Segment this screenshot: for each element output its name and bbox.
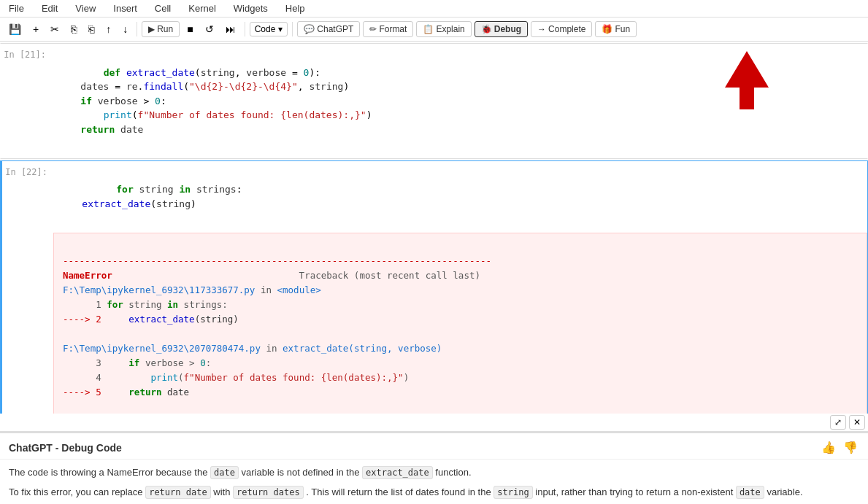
debug-icon: 🐞 bbox=[481, 24, 492, 34]
cut-button[interactable]: ✂ bbox=[46, 20, 64, 38]
bottom-panel-title: ChatGPT - Debug Code bbox=[9, 442, 122, 454]
format-icon: ✏ bbox=[369, 24, 377, 34]
explanation-p2: To fix this error, you can replace retur… bbox=[9, 485, 859, 500]
menu-kernel[interactable]: Kernel bbox=[185, 1, 219, 15]
menu-file[interactable]: File bbox=[6, 1, 27, 15]
move-up-button[interactable]: ↑ bbox=[101, 20, 115, 38]
inline-return-date: return date bbox=[145, 486, 210, 499]
cell-2[interactable]: In [22]: for string in strings: extract_… bbox=[0, 160, 868, 414]
bottom-panel-toolbar: ⤢ ✕ bbox=[0, 414, 868, 432]
cell-1[interactable]: In [21]: def extract_date(string, verbos… bbox=[0, 43, 868, 159]
menu-widgets[interactable]: Widgets bbox=[231, 1, 271, 15]
menubar: File Edit View Insert Cell Kernel Widget… bbox=[0, 0, 868, 18]
stop-button[interactable]: ■ bbox=[183, 20, 197, 38]
cell-1-label: In [21]: bbox=[1, 44, 52, 158]
separator-1 bbox=[137, 22, 137, 36]
move-down-button[interactable]: ↓ bbox=[118, 20, 132, 38]
menu-view[interactable]: View bbox=[72, 1, 99, 15]
cell-2-code: for string in strings: extract_date(stri… bbox=[53, 166, 867, 228]
thumbs-up-button[interactable]: 👍 bbox=[820, 439, 837, 456]
format-button[interactable]: ✏ Format bbox=[363, 21, 413, 37]
complete-icon: → bbox=[537, 24, 546, 34]
thumbs-down-button[interactable]: 👎 bbox=[842, 439, 859, 456]
menu-cell[interactable]: Cell bbox=[152, 1, 174, 15]
menu-edit[interactable]: Edit bbox=[39, 1, 61, 15]
bottom-panel: ChatGPT - Debug Code 👍 👎 The code is thr… bbox=[0, 432, 868, 504]
menu-insert[interactable]: Insert bbox=[110, 1, 140, 15]
save-button[interactable]: 💾 bbox=[4, 20, 26, 38]
cell-type-dropdown[interactable]: Code ▾ bbox=[250, 22, 288, 36]
debug-button[interactable]: 🐞 Debug bbox=[475, 21, 528, 37]
inline-return-dates: return dates bbox=[233, 486, 304, 499]
separator-2 bbox=[245, 22, 245, 36]
copy-button[interactable]: ⎘ bbox=[66, 20, 81, 38]
chatgpt-icon: 💬 bbox=[304, 24, 315, 34]
explanation-p1: The code is throwing a NameError because… bbox=[9, 465, 859, 481]
add-cell-button[interactable]: + bbox=[28, 20, 43, 38]
expand-icon[interactable]: ⤢ bbox=[830, 415, 846, 430]
cell-1-code: def extract_date(string, verbose = 0): d… bbox=[52, 48, 867, 154]
fast-forward-button[interactable]: ⏭ bbox=[221, 20, 240, 38]
cell-1-content: def extract_date(string, verbose = 0): d… bbox=[52, 44, 867, 158]
toolbar: 💾 + ✂ ⎘ ⎗ ↑ ↓ ▶ Run ■ ↺ ⏭ Code ▾ 💬 ChatG… bbox=[0, 18, 868, 42]
inline-fn-1: extract_date bbox=[362, 466, 433, 479]
separator-3 bbox=[292, 22, 293, 36]
bottom-panel-content: The code is throwing a NameError because… bbox=[0, 460, 868, 504]
cell-2-content: for string in strings: extract_date(stri… bbox=[53, 161, 867, 233]
chatgpt-button[interactable]: 💬 ChatGPT bbox=[297, 21, 360, 37]
cell-2-label: In [22]: bbox=[2, 161, 53, 233]
inline-string-1: string bbox=[493, 486, 532, 499]
bottom-panel-header: ChatGPT - Debug Code 👍 👎 bbox=[0, 433, 868, 460]
error-output: ----------------------------------------… bbox=[53, 233, 867, 414]
run-button[interactable]: ▶ Run bbox=[142, 21, 180, 37]
paste-button[interactable]: ⎗ bbox=[84, 20, 99, 38]
close-panel-button[interactable]: ✕ bbox=[849, 415, 865, 430]
explain-icon: 📋 bbox=[423, 24, 434, 34]
explain-button[interactable]: 📋 Explain bbox=[416, 21, 471, 37]
menu-help[interactable]: Help bbox=[283, 1, 308, 15]
complete-button[interactable]: → Complete bbox=[531, 21, 592, 37]
inline-date-1: date bbox=[210, 466, 239, 479]
restart-button[interactable]: ↺ bbox=[201, 20, 218, 38]
notebook: In [21]: def extract_date(string, verbos… bbox=[0, 42, 868, 414]
fun-icon: 🎁 bbox=[602, 24, 612, 34]
bottom-panel-actions: 👍 👎 bbox=[820, 439, 859, 456]
inline-date-2: date bbox=[736, 486, 764, 499]
fun-button[interactable]: 🎁 Fun bbox=[595, 21, 637, 37]
